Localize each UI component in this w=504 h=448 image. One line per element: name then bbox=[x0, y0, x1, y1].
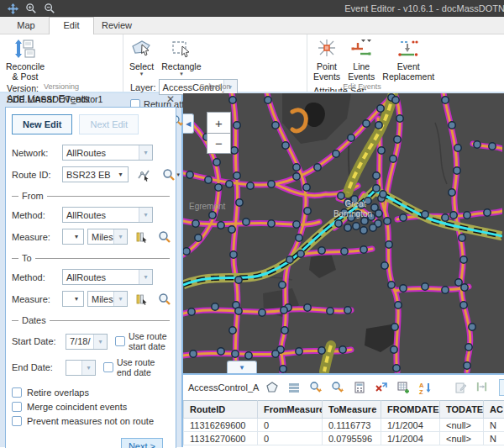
to-legend: To bbox=[12, 253, 170, 263]
to-method-select[interactable]: AllRoutes ▾ bbox=[62, 269, 153, 285]
new-edit-button[interactable]: New Edit bbox=[12, 114, 72, 134]
point-events-button[interactable]: Point Events bbox=[311, 36, 343, 83]
map-canvas[interactable]: EgremontGreatBarrington ◀ + − ▼ bbox=[183, 93, 504, 373]
col-todate[interactable]: TODATE bbox=[440, 401, 484, 419]
selection-caption: Selection bbox=[123, 82, 307, 91]
table-show-selected-icon[interactable] bbox=[287, 381, 301, 394]
map-svg: EgremontGreatBarrington bbox=[183, 93, 502, 373]
tab-review[interactable]: Review bbox=[94, 18, 139, 34]
dates-legend: Dates bbox=[12, 315, 170, 325]
collapse-left-button[interactable]: ◀ bbox=[183, 113, 194, 134]
svg-text:Z: Z bbox=[419, 388, 423, 395]
start-date-label: Start Date: bbox=[12, 336, 62, 346]
versioning-group: Reconcile & Post Version: SDE.MASSDOT_ed… bbox=[0, 34, 123, 92]
table-calculate-icon[interactable] bbox=[353, 381, 366, 394]
svg-text:Great: Great bbox=[344, 199, 365, 208]
table-sort-icon[interactable]: AZ bbox=[418, 381, 432, 394]
table-select-polygon-icon[interactable] bbox=[265, 381, 279, 394]
attribute-table: RouteID FromMeasure ToMeasure FROMDATE T… bbox=[183, 400, 504, 445]
retire-overlaps-label: Retire overlaps bbox=[27, 387, 89, 398]
retire-overlaps-checkbox[interactable] bbox=[12, 387, 22, 398]
table-row[interactable]: 11316269600 0 0.1116773 1/1/2004 <null> … bbox=[184, 419, 504, 432]
from-legend: From bbox=[12, 191, 170, 201]
network-label: Network: bbox=[12, 148, 59, 158]
tab-map[interactable]: Map bbox=[3, 18, 49, 34]
merge-coincident-events-checkbox[interactable] bbox=[12, 402, 22, 412]
tab-edit[interactable]: Edit bbox=[49, 17, 94, 34]
pick-route-icon[interactable] bbox=[137, 168, 150, 182]
select-dropdown-caret: ▾ bbox=[140, 71, 144, 76]
route-zoom-button[interactable]: ▾ bbox=[162, 168, 181, 182]
table-toolbar: AccessControl_A bbox=[183, 375, 504, 400]
table-pan-to-selected-icon[interactable] bbox=[331, 381, 344, 394]
event-replacement-icon bbox=[397, 38, 419, 61]
line-events-button[interactable]: Line Events bbox=[345, 36, 377, 83]
route-id-combobox[interactable]: BSR23 EB ▾ bbox=[62, 166, 129, 182]
rectangle-dropdown-caret: ▾ bbox=[180, 71, 183, 76]
table-layer-name: AccessControl_A bbox=[188, 382, 265, 393]
collapse-down-button[interactable]: ▼ bbox=[227, 361, 257, 373]
select-tool-button[interactable]: Select ▾ bbox=[127, 36, 156, 78]
col-fromdate[interactable]: FROMDATE bbox=[381, 401, 440, 419]
from-measure-label: Measure: bbox=[12, 232, 59, 242]
to-zoom-icon[interactable] bbox=[158, 293, 171, 306]
from-zoom-icon[interactable] bbox=[158, 230, 171, 244]
table-switch-selection-icon[interactable] bbox=[396, 381, 410, 394]
next-edit-button[interactable]: Next Edit bbox=[79, 114, 139, 134]
table-clear-selection-icon[interactable] bbox=[375, 381, 388, 394]
add-linear-events-panel: Add Linear Events ✕ New Edit Next Edit N… bbox=[0, 93, 183, 447]
route-zoom-icon bbox=[162, 168, 176, 182]
table-header-row: RouteID FromMeasure ToMeasure FROMDATE T… bbox=[184, 401, 504, 419]
point-events-icon bbox=[316, 38, 338, 61]
zoom-in-icon[interactable] bbox=[24, 2, 38, 15]
col-routeid[interactable]: RouteID bbox=[184, 401, 258, 419]
attribute-table-panel: AccessControl_A bbox=[183, 373, 504, 447]
from-method-select[interactable]: AllRoutes ▾ bbox=[62, 207, 153, 223]
from-unit-select[interactable]: Miles ▾ bbox=[87, 229, 128, 245]
event-replacement-button[interactable]: Event Replacement bbox=[380, 36, 437, 83]
map-zoom-out-button[interactable]: − bbox=[207, 133, 231, 154]
end-date-field[interactable]: ▾ bbox=[66, 360, 96, 376]
table-row[interactable]: 11316270600 0 0.0795596 1/1/2004 <null> … bbox=[184, 432, 504, 445]
ribbon: Reconcile & Post Version: SDE.MASSDOT_ed… bbox=[0, 34, 504, 93]
table-edit-disabled-icon bbox=[454, 381, 467, 394]
to-pick-measure-icon[interactable] bbox=[134, 293, 148, 306]
to-measure-label: Measure: bbox=[12, 294, 59, 304]
table-zoom-to-selected-icon[interactable] bbox=[309, 381, 323, 394]
col-tomeasure[interactable]: ToMeasure bbox=[323, 401, 381, 419]
col-access[interactable]: AC bbox=[484, 401, 504, 419]
select-tool-icon bbox=[131, 38, 153, 61]
svg-text:Barrington: Barrington bbox=[333, 209, 372, 219]
rectangle-tool-button[interactable]: Rectangle ▾ bbox=[159, 36, 203, 78]
to-measure-combobox[interactable]: ▾ bbox=[62, 291, 84, 307]
versioning-caption: Versioning bbox=[0, 82, 123, 91]
start-date-field[interactable]: 7/18/ ▾ bbox=[66, 334, 108, 350]
zoom-out-icon[interactable] bbox=[43, 2, 56, 15]
use-route-start-date-label: Use route start date bbox=[129, 331, 170, 351]
from-method-label: Method: bbox=[12, 210, 59, 220]
version-value: SDE.MASSDOT_editor1 bbox=[7, 94, 102, 105]
prevent-measures-checkbox[interactable] bbox=[12, 416, 22, 426]
from-pick-measure-icon[interactable] bbox=[134, 230, 148, 244]
use-route-start-date-checkbox[interactable] bbox=[115, 336, 125, 346]
map-zoom-in-button[interactable]: + bbox=[207, 112, 231, 133]
ribbon-tabs: Map Edit Review bbox=[0, 17, 504, 34]
end-date-label: End Date: bbox=[12, 362, 62, 372]
selection-group: Select ▾ Rectangle ▾ Layer: AccessContro… bbox=[123, 34, 307, 92]
svg-text:Egremont: Egremont bbox=[189, 202, 226, 211]
next-button[interactable]: Next > bbox=[121, 438, 163, 448]
prevent-measures-label: Prevent measures not on route bbox=[27, 416, 154, 426]
network-select[interactable]: AllRoutes ▾ bbox=[62, 145, 153, 161]
col-frommeasure[interactable]: FromMeasure bbox=[258, 401, 323, 419]
table-save-button[interactable]: Save bbox=[499, 379, 504, 396]
route-id-label: Route ID: bbox=[12, 170, 59, 180]
to-method-label: Method: bbox=[12, 272, 59, 282]
reconcile-post-button[interactable]: Reconcile & Post bbox=[3, 36, 47, 83]
pan-icon[interactable] bbox=[6, 2, 19, 15]
line-events-icon bbox=[350, 38, 372, 61]
from-measure-combobox[interactable]: ▾ bbox=[62, 229, 84, 245]
reconcile-post-icon bbox=[14, 38, 36, 61]
merge-coincident-events-label: Merge coincident events bbox=[27, 402, 127, 412]
use-route-end-date-checkbox[interactable] bbox=[103, 362, 113, 372]
to-unit-select[interactable]: Miles ▾ bbox=[87, 291, 128, 307]
